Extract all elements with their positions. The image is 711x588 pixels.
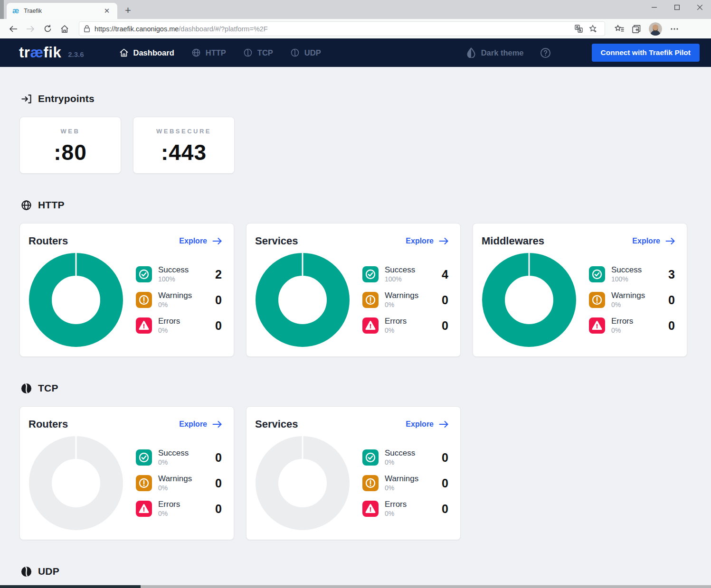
donut-chart bbox=[29, 253, 123, 347]
traefik-favicon-icon: æ bbox=[12, 7, 19, 15]
stat-percent: 0% bbox=[611, 327, 621, 334]
success-icon bbox=[136, 266, 152, 282]
explore-link[interactable]: Explore bbox=[179, 237, 222, 245]
window-minimize-button[interactable] bbox=[643, 0, 665, 15]
entrypoints-header: Entrypoints bbox=[21, 93, 711, 104]
window-close-button[interactable] bbox=[688, 0, 711, 15]
stats-list: Success100% 3 Warnings0% 0 Errors0% 0 bbox=[589, 265, 677, 335]
home-button[interactable] bbox=[56, 21, 73, 37]
stats-list: Success0% 0 Warnings0% 0 Errors0% 0 bbox=[362, 448, 451, 518]
help-icon[interactable] bbox=[540, 47, 551, 58]
http-middlewares-card: Middlewares Explore Success100% bbox=[473, 223, 687, 357]
dashboard-main: Entrypoints WEB :80 WEBSECURE :443 HTTP bbox=[0, 67, 711, 577]
errors-stat-row: Errors0% 0 bbox=[136, 500, 224, 518]
stat-label: Success bbox=[158, 265, 189, 274]
stat-value: 0 bbox=[442, 476, 451, 490]
entrypoint-port: :443 bbox=[133, 140, 234, 165]
tab-close-icon[interactable]: ✕ bbox=[102, 7, 112, 15]
collections-icon[interactable] bbox=[628, 21, 645, 37]
pipe-icon bbox=[21, 383, 32, 394]
url-bar[interactable]: https://traefik.canonigos.me/dashboard/#… bbox=[79, 21, 605, 36]
stat-percent: 0% bbox=[158, 484, 168, 492]
stat-label: Warnings bbox=[385, 291, 418, 300]
explore-link[interactable]: Explore bbox=[406, 420, 449, 429]
nav-item-udp[interactable]: UDP bbox=[290, 48, 321, 57]
toolbar-right-icons bbox=[611, 21, 683, 37]
explore-link[interactable]: Explore bbox=[632, 237, 675, 245]
browser-menu-icon[interactable] bbox=[666, 21, 683, 37]
card-title: Routers bbox=[28, 235, 68, 247]
url-text: https://traefik.canonigos.me/dashboard/#… bbox=[95, 25, 571, 33]
stat-label: Warnings bbox=[158, 474, 192, 483]
new-tab-button[interactable]: + bbox=[125, 6, 131, 15]
errors-stat-row: Errors0% 0 bbox=[136, 317, 224, 335]
nav-item-dashboard[interactable]: Dashboard bbox=[119, 48, 174, 57]
tcp-section: TCP Routers Explore bbox=[19, 383, 711, 540]
stat-percent: 0% bbox=[158, 327, 168, 334]
taskbar-edge bbox=[0, 585, 711, 588]
donut-chart bbox=[29, 436, 123, 530]
nav-item-label: HTTP bbox=[206, 48, 226, 57]
favorite-star-icon[interactable] bbox=[586, 25, 600, 33]
stat-value: 0 bbox=[215, 476, 224, 490]
stat-value: 0 bbox=[442, 451, 451, 465]
version-label: 2.3.6 bbox=[68, 50, 84, 58]
stat-label: Errors bbox=[158, 500, 180, 509]
error-icon bbox=[362, 501, 379, 517]
favorites-bar-icon[interactable] bbox=[611, 21, 628, 37]
browser-tab[interactable]: æ Traefik ✕ bbox=[7, 3, 117, 19]
url-path: /dashboard/#/?platform=%2F bbox=[179, 25, 267, 33]
pipe-icon bbox=[21, 566, 32, 577]
stat-percent: 0% bbox=[158, 510, 168, 517]
success-stat-row: Success0% 0 bbox=[362, 448, 451, 467]
entrypoint-name: WEBSECURE bbox=[133, 128, 234, 135]
stat-label: Errors bbox=[385, 317, 407, 326]
window-maximize-button[interactable] bbox=[665, 0, 688, 15]
stat-label: Success bbox=[158, 448, 189, 457]
navbar-right: Dark theme Connect with Traefik Pilot bbox=[466, 44, 700, 62]
entrypoint-name: WEB bbox=[20, 128, 121, 135]
nav-item-label: TCP bbox=[257, 48, 273, 57]
nav-item-http[interactable]: HTTP bbox=[191, 48, 226, 57]
tcp-services-card: Services Explore Success0% bbox=[246, 406, 461, 540]
errors-stat-row: Errors0% 0 bbox=[362, 500, 451, 518]
back-button[interactable] bbox=[5, 21, 22, 37]
http-routers-card: Routers Explore Success100% bbox=[19, 223, 234, 357]
explore-link[interactable]: Explore bbox=[179, 420, 222, 429]
errors-stat-row: Errors0% 0 bbox=[362, 317, 451, 335]
stat-value: 3 bbox=[668, 268, 677, 281]
nav-item-tcp[interactable]: TCP bbox=[243, 48, 273, 57]
warnings-stat-row: Warnings0% 0 bbox=[362, 474, 451, 492]
card-title: Routers bbox=[28, 418, 68, 430]
errors-stat-row: Errors0% 0 bbox=[589, 317, 677, 335]
translate-icon[interactable] bbox=[571, 25, 586, 33]
error-icon bbox=[136, 501, 152, 517]
profile-avatar[interactable] bbox=[649, 22, 662, 36]
tcp-routers-card: Routers Explore Success0% bbox=[19, 406, 234, 540]
stat-value: 0 bbox=[215, 451, 224, 465]
arrow-right-icon bbox=[212, 237, 222, 245]
entrypoints-row: WEB :80 WEBSECURE :443 bbox=[19, 117, 711, 174]
warning-icon bbox=[136, 475, 152, 491]
warnings-stat-row: Warnings0% 0 bbox=[136, 474, 224, 492]
traefik-logo[interactable]: træfik bbox=[19, 44, 61, 61]
section-title: HTTP bbox=[38, 199, 65, 211]
udp-section: UDP bbox=[19, 566, 711, 577]
explore-label: Explore bbox=[179, 237, 207, 245]
explore-link[interactable]: Explore bbox=[406, 237, 449, 245]
arrow-right-icon bbox=[439, 420, 449, 429]
section-title: TCP bbox=[38, 383, 58, 394]
window-left-edge bbox=[0, 0, 4, 19]
http-header: HTTP bbox=[21, 199, 711, 211]
lock-icon[interactable] bbox=[84, 25, 90, 32]
card-title: Services bbox=[255, 235, 298, 247]
stat-label: Warnings bbox=[611, 291, 645, 300]
taskbar-edge-dark-segment bbox=[0, 585, 141, 588]
stat-label: Success bbox=[385, 448, 415, 457]
connect-traefik-pilot-button[interactable]: Connect with Traefik Pilot bbox=[592, 44, 700, 62]
dark-theme-toggle[interactable]: Dark theme bbox=[466, 47, 524, 58]
forward-button[interactable] bbox=[22, 21, 39, 37]
refresh-button[interactable] bbox=[39, 21, 56, 37]
http-cards-row: Routers Explore Success100% bbox=[19, 223, 711, 357]
tcp-header: TCP bbox=[21, 383, 711, 394]
